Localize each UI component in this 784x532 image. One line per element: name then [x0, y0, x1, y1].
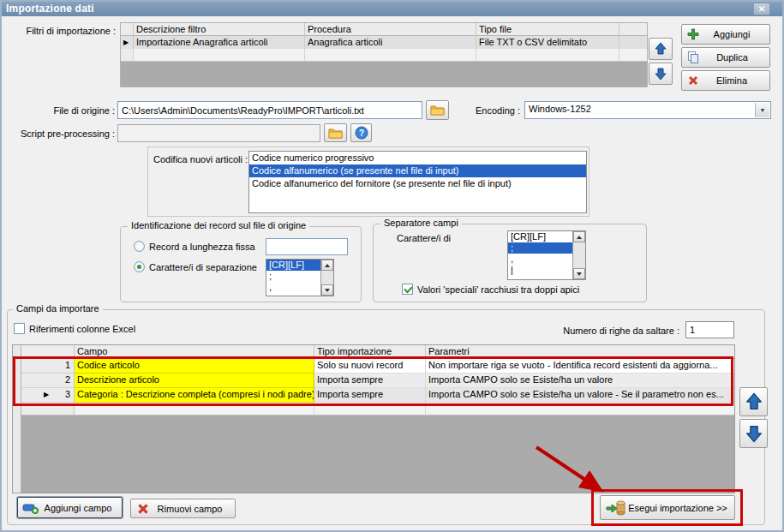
arrow-up-icon	[654, 42, 667, 56]
scroll-down-icon[interactable]	[573, 268, 585, 279]
fields-table-left-strip[interactable]	[13, 345, 21, 493]
field-separator-listbox[interactable]: [CR][LF] ; , |	[507, 230, 586, 280]
run-import-icon	[606, 499, 626, 517]
filter-descrizione: Importazione Anagrafica articoli	[134, 36, 305, 49]
source-file-input[interactable]	[117, 101, 422, 119]
title-bar[interactable]: Importazione dati ✕	[2, 2, 782, 16]
delete-filter-label: Elimina	[699, 75, 769, 86]
fixed-length-label: Record a lunghezza fissa	[149, 242, 255, 252]
duplicate-filter-label: Duplica	[700, 52, 769, 63]
script-label: Script pre-processing :	[9, 129, 115, 139]
row-parametri: Importa CAMPO solo se Esiste/ha un valor…	[426, 374, 734, 388]
table-row[interactable]: 1 Codice articolo Solo su nuovi record N…	[21, 359, 734, 374]
red-x-icon	[687, 75, 699, 87]
record-id-group-title: Identificazione dei record sul file di o…	[128, 220, 309, 230]
fields-table[interactable]: Campo Tipo importazione Parametri 1 Codi…	[12, 344, 735, 493]
encoding-select[interactable]: Windows-1252 ▼	[524, 101, 771, 119]
row-campo: Codice articolo	[75, 359, 314, 374]
field-move-up-button[interactable]	[739, 387, 768, 416]
excel-columns-checkbox[interactable]	[14, 323, 25, 334]
coding-label: Codifica nuovi articoli :	[153, 154, 248, 164]
filter-move-down-button[interactable]	[649, 63, 673, 85]
scroll-up-icon[interactable]	[321, 260, 333, 271]
skip-rows-input[interactable]	[685, 321, 734, 338]
filters-col-descrizione[interactable]: Descrizione filtro	[134, 23, 305, 36]
help-icon: ?	[355, 126, 368, 140]
arrow-up-icon	[745, 392, 763, 411]
filters-label: Filtri di importazione :	[15, 26, 116, 36]
browse-script-button[interactable]	[324, 123, 347, 142]
row-tipo: Solo su nuovi record	[314, 359, 426, 374]
row-number: 1	[21, 359, 75, 374]
row-campo: Descrizione articolo	[75, 374, 314, 388]
add-filter-button[interactable]: Aggiungi	[681, 24, 770, 45]
table-row[interactable]: 2 Descrizione articolo Importa sempre Im…	[21, 374, 734, 388]
filters-row-empty[interactable]	[121, 49, 647, 62]
field-sep-scrollbar[interactable]	[572, 231, 585, 279]
row-parametri: Non importare riga se vuoto - Identifica…	[426, 359, 734, 374]
filter-move-up-button[interactable]	[649, 38, 673, 60]
encoding-label: Encoding :	[463, 105, 520, 116]
copy-icon	[686, 51, 700, 64]
import-dialog: Importazione dati ✕ Filtri di importazio…	[0, 0, 784, 532]
remove-field-label: Rimuovi campo	[150, 504, 235, 514]
fields-col-tipo[interactable]: Tipo importazione	[314, 345, 426, 359]
separator-radio-label: Carattere/i di separazione	[149, 262, 257, 272]
table-row-empty[interactable]	[21, 403, 734, 415]
separator-radio[interactable]	[134, 261, 145, 272]
special-values-checkbox[interactable]	[402, 284, 413, 295]
filters-col-filler	[619, 23, 647, 36]
filters-col-indicator	[121, 23, 134, 36]
encoding-value: Windows-1252	[529, 104, 591, 114]
close-icon[interactable]: ✕	[753, 3, 770, 15]
red-x-icon	[136, 502, 150, 516]
row-marker-icon: ▶	[121, 36, 134, 49]
folder-icon	[430, 105, 445, 116]
folder-icon	[328, 128, 343, 139]
excel-columns-label: Riferimenti colonne Excel	[29, 324, 135, 334]
filters-table[interactable]: Descrizione filtro Procedura Tipo file ▶…	[120, 22, 648, 87]
special-values-label: Valori 'speciali' racchiusi tra doppi ap…	[417, 284, 579, 295]
table-row-current[interactable]: ▶ 3 Categoria : Descrizione completa (co…	[21, 388, 734, 403]
field-sep-group-title: Separatore campi	[380, 218, 462, 228]
add-filter-label: Aggiungi	[699, 29, 769, 39]
source-file-label: File di origine :	[9, 105, 115, 116]
chevron-down-icon[interactable]: ▼	[755, 103, 769, 117]
coding-panel: Codifica nuovi articoli : Codice numeric…	[147, 146, 589, 217]
filters-col-procedura[interactable]: Procedura	[305, 23, 476, 36]
record-separator-listbox[interactable]: [CR][LF] ; ,	[266, 259, 334, 296]
remove-field-button[interactable]: Rimuovi campo	[130, 499, 236, 518]
add-field-button[interactable]: Aggiungi campo	[17, 497, 123, 518]
browse-source-button[interactable]	[426, 100, 449, 120]
coding-option[interactable]: Codice alfanumerico del fornitore (se pr…	[249, 177, 586, 190]
duplicate-filter-button[interactable]: Duplica	[681, 47, 770, 68]
field-move-down-button[interactable]	[739, 419, 768, 448]
row-campo: Categoria : Descrizione completa (compre…	[75, 388, 314, 403]
add-field-label: Aggiungi campo	[39, 503, 122, 513]
scroll-down-icon[interactable]	[321, 284, 333, 296]
run-import-label: Esegui importazione >>	[626, 503, 734, 513]
fields-col-campo[interactable]: Campo	[75, 345, 314, 359]
filter-procedura: Anagrafica articoli	[305, 36, 476, 49]
filters-col-tipofile[interactable]: Tipo file	[476, 23, 619, 36]
script-input[interactable]	[117, 124, 320, 142]
fixed-length-input[interactable]	[266, 238, 348, 255]
row-tipo: Importa sempre	[314, 374, 426, 388]
fields-col-parametri[interactable]: Parametri	[426, 345, 734, 359]
plus-icon	[687, 28, 699, 40]
record-sep-scrollbar[interactable]	[320, 260, 333, 296]
coding-listbox[interactable]: Codice numerico progressivo Codice alfan…	[248, 151, 587, 213]
row-tipo: Importa sempre	[314, 388, 426, 403]
filters-row-selected[interactable]: ▶ Importazione Anagrafica articoli Anagr…	[121, 36, 647, 49]
delete-filter-button[interactable]: Elimina	[681, 70, 770, 91]
coding-option[interactable]: Codice numerico progressivo	[249, 152, 586, 164]
field-sep-label: Carattere/i di	[397, 233, 451, 243]
run-import-button[interactable]: Esegui importazione >>	[600, 495, 735, 520]
fixed-length-radio[interactable]	[134, 241, 145, 252]
coding-option-selected[interactable]: Codice alfanumerico (se presente nel fil…	[249, 164, 586, 177]
scroll-up-icon[interactable]	[573, 231, 585, 242]
arrow-down-icon	[654, 67, 667, 81]
skip-rows-label: Numero di righe da saltare :	[514, 326, 679, 336]
row-marker-icon: ▶	[44, 389, 49, 401]
script-help-button[interactable]: ?	[350, 123, 372, 142]
